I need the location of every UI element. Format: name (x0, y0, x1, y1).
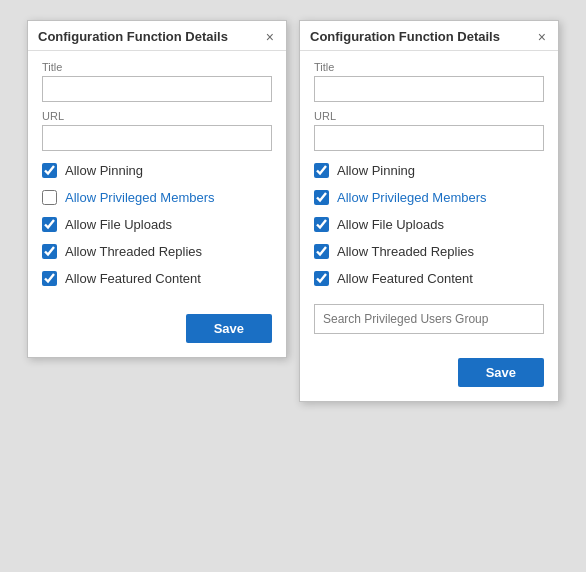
dialog-1-allow-threaded-row: Allow Threaded Replies (42, 244, 272, 259)
dialog-2-allow-file-uploads-row: Allow File Uploads (314, 217, 544, 232)
dialog-2-title-label: Title (314, 61, 544, 73)
dialog-2-title-input[interactable] (314, 76, 544, 102)
dialog-1-allow-file-uploads-checkbox[interactable] (42, 217, 57, 232)
dialog-2-close-button[interactable]: × (536, 30, 548, 44)
dialog-1-allow-featured-checkbox[interactable] (42, 271, 57, 286)
dialog-2-allow-privileged-row: Allow Privileged Members (314, 190, 544, 205)
dialog-1-allow-privileged-row: Allow Privileged Members (42, 190, 272, 205)
dialog-1-allow-pinning-row: Allow Pinning (42, 163, 272, 178)
dialog-1-allow-threaded-checkbox[interactable] (42, 244, 57, 259)
dialog-1-allow-privileged-label[interactable]: Allow Privileged Members (65, 190, 215, 205)
dialog-2-allow-file-uploads-checkbox[interactable] (314, 217, 329, 232)
dialog-2-allow-threaded-row: Allow Threaded Replies (314, 244, 544, 259)
dialog-2-allow-threaded-label[interactable]: Allow Threaded Replies (337, 244, 474, 259)
dialog-1-title-label: Title (42, 61, 272, 73)
dialog-2-body: Title URL Allow Pinning Allow Privileged… (300, 51, 558, 344)
dialog-2-allow-file-uploads-label[interactable]: Allow File Uploads (337, 217, 444, 232)
dialog-1-title-input[interactable] (42, 76, 272, 102)
dialog-2-allow-privileged-checkbox[interactable] (314, 190, 329, 205)
dialog-1-close-button[interactable]: × (264, 30, 276, 44)
dialog-1-allow-file-uploads-label[interactable]: Allow File Uploads (65, 217, 172, 232)
dialog-2-search-privileged-input[interactable] (314, 304, 544, 334)
dialog-1-allow-featured-label[interactable]: Allow Featured Content (65, 271, 201, 286)
dialog-1-url-label: URL (42, 110, 272, 122)
dialog-2-allow-privileged-label[interactable]: Allow Privileged Members (337, 190, 487, 205)
dialog-1-allow-threaded-label[interactable]: Allow Threaded Replies (65, 244, 202, 259)
dialog-2-allow-pinning-checkbox[interactable] (314, 163, 329, 178)
dialog-2-header: Configuration Function Details × (300, 21, 558, 51)
dialog-2-title: Configuration Function Details (310, 29, 500, 44)
dialog-1-title: Configuration Function Details (38, 29, 228, 44)
dialog-2-allow-pinning-row: Allow Pinning (314, 163, 544, 178)
dialog-2-allow-pinning-label[interactable]: Allow Pinning (337, 163, 415, 178)
dialog-1-allow-file-uploads-row: Allow File Uploads (42, 217, 272, 232)
dialog-2-allow-featured-label[interactable]: Allow Featured Content (337, 271, 473, 286)
dialog-1-body: Title URL Allow Pinning Allow Privileged… (28, 51, 286, 300)
dialog-1-allow-pinning-label[interactable]: Allow Pinning (65, 163, 143, 178)
dialog-1-save-button[interactable]: Save (186, 314, 272, 343)
dialog-1-allow-privileged-checkbox[interactable] (42, 190, 57, 205)
dialog-1-footer: Save (28, 300, 286, 357)
dialog-2: Configuration Function Details × Title U… (299, 20, 559, 402)
dialog-2-url-input[interactable] (314, 125, 544, 151)
dialog-2-allow-featured-row: Allow Featured Content (314, 271, 544, 286)
dialog-1-url-input[interactable] (42, 125, 272, 151)
dialog-2-url-label: URL (314, 110, 544, 122)
dialog-1: Configuration Function Details × Title U… (27, 20, 287, 358)
dialog-1-allow-featured-row: Allow Featured Content (42, 271, 272, 286)
dialog-2-footer: Save (300, 344, 558, 401)
dialog-1-header: Configuration Function Details × (28, 21, 286, 51)
dialog-2-save-button[interactable]: Save (458, 358, 544, 387)
dialog-2-allow-featured-checkbox[interactable] (314, 271, 329, 286)
dialog-1-allow-pinning-checkbox[interactable] (42, 163, 57, 178)
dialog-2-allow-threaded-checkbox[interactable] (314, 244, 329, 259)
